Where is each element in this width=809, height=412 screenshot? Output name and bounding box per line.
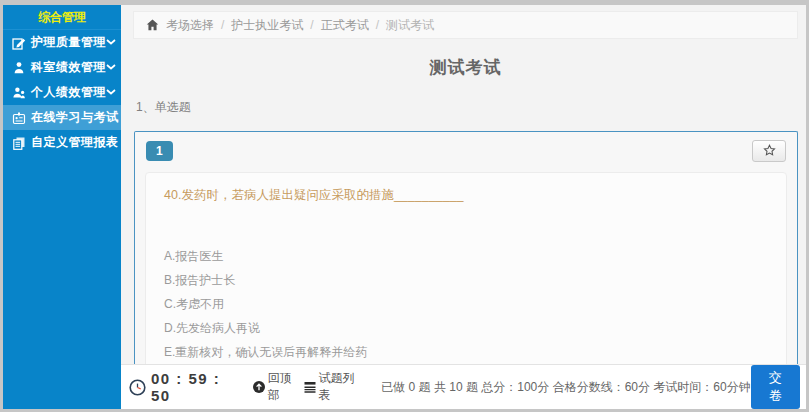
- list-icon: [304, 381, 316, 393]
- breadcrumb-separator: /: [221, 18, 224, 32]
- options-list: A.报告医生 B.报告护士长 C.考虑不用 D.先发给病人再说 E.重新核对，确…: [162, 250, 770, 358]
- sidebar-item-label: 科室绩效管理: [31, 59, 106, 76]
- up-circle-icon: [253, 381, 265, 393]
- badge-icon: [12, 111, 26, 125]
- report-icon: [12, 136, 26, 150]
- breadcrumb: 考场选择 / 护士执业考试 / 正式考试 / 测试考试: [133, 11, 798, 39]
- option-a[interactable]: A.报告医生: [164, 250, 770, 262]
- sidebar-item-personal-performance[interactable]: 个人绩效管理: [3, 80, 121, 105]
- question-card-header: 1: [135, 132, 797, 170]
- back-to-top-label: 回顶部: [268, 370, 295, 404]
- option-d[interactable]: D.先发给病人再说: [164, 322, 770, 334]
- breadcrumb-item-exam-room[interactable]: 考场选择: [166, 17, 214, 34]
- page-title: 测试考试: [133, 56, 798, 79]
- status-bar: 00 : 59 : 50 回顶部 试题列表 已做 0 题 共 10 题 总分：1…: [121, 364, 806, 409]
- home-icon[interactable]: [146, 19, 159, 31]
- breadcrumb-item-formal-exam[interactable]: 正式考试: [321, 17, 369, 34]
- sidebar-item-department-performance[interactable]: 科室绩效管理: [3, 55, 121, 80]
- breadcrumb-separator: /: [376, 18, 379, 32]
- sidebar-item-label: 自定义管理报表: [31, 134, 119, 151]
- back-to-top-button[interactable]: 回顶部: [253, 370, 295, 404]
- sidebar-title: 综合管理: [3, 5, 121, 30]
- breadcrumb-separator: /: [310, 18, 313, 32]
- users-icon: [12, 86, 26, 100]
- breadcrumb-item-nurse-exam[interactable]: 护士执业考试: [231, 17, 303, 34]
- chevron-down-icon: [106, 39, 116, 46]
- sidebar-item-label: 护理质量管理: [31, 34, 106, 51]
- sidebar: 综合管理 护理质量管理 科室绩效管理: [3, 5, 121, 409]
- sidebar-item-custom-reports[interactable]: 自定义管理报表: [3, 130, 121, 155]
- question-number-badge: 1: [146, 141, 173, 161]
- sidebar-item-label: 个人绩效管理: [31, 84, 106, 101]
- question-text: 40.发药时，若病人提出疑问应采取的措施__________: [164, 187, 770, 204]
- sidebar-item-label: 在线学习与考试: [31, 109, 119, 126]
- clock-icon: [129, 379, 146, 396]
- exam-stats: 已做 0 题 共 10 题 总分：100分 合格分数线：60分 考试时间：60分…: [381, 379, 750, 396]
- sidebar-item-online-learning-exam[interactable]: 在线学习与考试: [3, 105, 121, 130]
- question-body: 40.发药时，若病人提出疑问应采取的措施__________ A.报告医生 B.…: [145, 172, 787, 364]
- chevron-down-icon: [106, 89, 116, 96]
- question-card: 1 40.发药时，若病人提出疑问应采取的措施__________ A.报告医生 …: [134, 131, 798, 364]
- favorite-button[interactable]: [752, 140, 786, 162]
- option-c[interactable]: C.考虑不用: [164, 298, 770, 310]
- option-e[interactable]: E.重新核对，确认无误后再解释并给药: [164, 346, 770, 358]
- exam-timer: 00 : 59 : 50: [151, 370, 229, 404]
- user-icon: [12, 61, 26, 75]
- breadcrumb-item-current: 测试考试: [386, 17, 434, 34]
- sidebar-menu: 护理质量管理 科室绩效管理 个人绩效管理: [3, 30, 121, 155]
- question-list-label: 试题列表: [319, 370, 356, 404]
- option-b[interactable]: B.报告护士长: [164, 274, 770, 286]
- main-area: 考场选择 / 护士执业考试 / 正式考试 / 测试考试 测试考试 1、单选题 1: [121, 5, 806, 409]
- content-area: 考场选择 / 护士执业考试 / 正式考试 / 测试考试 测试考试 1、单选题 1: [121, 5, 806, 364]
- app-window: 综合管理 护理质量管理 科室绩效管理: [0, 0, 809, 412]
- edit-icon: [12, 36, 26, 50]
- sidebar-item-nursing-quality[interactable]: 护理质量管理: [3, 30, 121, 55]
- star-icon: [763, 144, 776, 159]
- submit-button[interactable]: 交卷: [751, 365, 800, 409]
- chevron-down-icon: [106, 64, 116, 71]
- question-list-button[interactable]: 试题列表: [304, 370, 356, 404]
- section-label: 1、单选题: [136, 99, 798, 116]
